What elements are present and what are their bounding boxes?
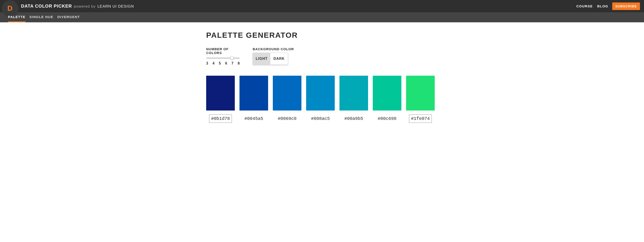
- powered-by-brand[interactable]: LEARN UI DESIGN: [98, 4, 134, 9]
- bg-light-button[interactable]: LIGHT: [253, 53, 270, 65]
- app-title: DATA COLOR PICKER: [21, 3, 72, 9]
- subscribe-button[interactable]: SUBSCRIBE: [612, 2, 640, 10]
- swatch-row: #0b1d78#0045a5#0069c0#008ac5#00a9b5#00c6…: [206, 76, 438, 123]
- tab-divergent[interactable]: DIVERGENT: [57, 12, 80, 22]
- color-hex[interactable]: #00a9b5: [342, 115, 365, 123]
- color-hex[interactable]: #00c698: [376, 115, 398, 123]
- swatch-col: #0045a5: [240, 76, 268, 123]
- color-swatch[interactable]: [373, 76, 402, 111]
- swatch-col: #0069c0: [273, 76, 302, 123]
- count-label: NUMBER OF COLORS: [206, 47, 240, 55]
- color-hex[interactable]: #0069c0: [276, 115, 298, 123]
- color-hex[interactable]: #0045a5: [242, 115, 265, 123]
- slider-tick: 6: [225, 61, 227, 65]
- slider-thumb[interactable]: [230, 56, 234, 60]
- main: PALETTE GENERATOR NUMBER OF COLORS 34567…: [204, 22, 440, 132]
- slider-ticks: 345678: [206, 61, 240, 65]
- color-hex[interactable]: #008ac5: [309, 115, 332, 123]
- sub-nav: PALETTE SINGLE HUE DIVERGENT: [0, 12, 644, 22]
- swatch-col: #1fe074: [406, 76, 435, 123]
- swatch-col: #0b1d78: [206, 76, 235, 123]
- swatch-col: #008ac5: [306, 76, 335, 123]
- color-hex[interactable]: #0b1d78: [209, 115, 232, 123]
- slider-tick: 5: [219, 61, 221, 65]
- count-control: NUMBER OF COLORS 345678: [206, 47, 240, 65]
- bg-dark-button[interactable]: DARK: [270, 53, 288, 65]
- color-swatch[interactable]: [340, 76, 368, 111]
- slider-tick: 4: [212, 61, 214, 65]
- bg-toggle: LIGHT DARK: [253, 53, 288, 65]
- logo-letter: D: [8, 4, 13, 12]
- bg-control: BACKGROUND COLOR LIGHT DARK: [253, 47, 294, 65]
- nav-course[interactable]: COURSE: [576, 4, 593, 8]
- slider-tick: 3: [206, 61, 208, 65]
- color-swatch[interactable]: [240, 76, 268, 111]
- nav-blog[interactable]: BLOG: [597, 4, 608, 8]
- tab-single-hue[interactable]: SINGLE HUE: [30, 12, 54, 22]
- swatch-col: #00c698: [373, 76, 402, 123]
- color-swatch[interactable]: [406, 76, 435, 111]
- color-swatch[interactable]: [306, 76, 335, 111]
- controls: NUMBER OF COLORS 345678 BACKGROUND COLOR…: [206, 47, 438, 65]
- color-swatch[interactable]: [206, 76, 235, 111]
- slider-tick: 8: [238, 61, 240, 65]
- brand: DATA COLOR PICKER powered by LEARN UI DE…: [21, 3, 134, 9]
- bg-label: BACKGROUND COLOR: [253, 47, 294, 51]
- powered-by-prefix: powered by: [74, 4, 96, 9]
- slider-tick: 7: [232, 61, 234, 65]
- count-slider[interactable]: [206, 56, 240, 60]
- page-title: PALETTE GENERATOR: [206, 31, 438, 39]
- color-swatch[interactable]: [273, 76, 302, 111]
- tab-palette[interactable]: PALETTE: [8, 12, 26, 22]
- top-bar: D DATA COLOR PICKER powered by LEARN UI …: [0, 0, 644, 12]
- slider-rail: [206, 58, 240, 59]
- swatch-col: #00a9b5: [340, 76, 368, 123]
- color-hex[interactable]: #1fe074: [409, 115, 432, 123]
